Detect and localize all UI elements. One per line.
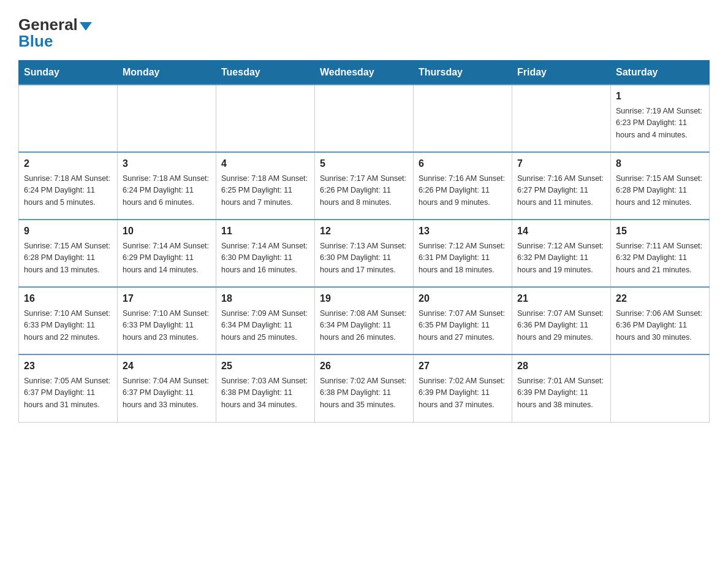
day-info: Sunrise: 7:13 AM Sunset: 6:30 PM Dayligh… [320,240,408,276]
weekday-header-sunday: Sunday [19,61,118,85]
day-number: 26 [320,359,408,373]
day-number: 21 [517,291,605,306]
day-info: Sunrise: 7:06 AM Sunset: 6:36 PM Dayligh… [616,308,704,343]
day-number: 1 [616,89,704,104]
calendar-cell: 21Sunrise: 7:07 AM Sunset: 6:36 PM Dayli… [512,287,611,354]
day-info: Sunrise: 7:04 AM Sunset: 6:37 PM Dayligh… [123,375,211,411]
day-info: Sunrise: 7:02 AM Sunset: 6:39 PM Dayligh… [419,375,507,411]
day-info: Sunrise: 7:15 AM Sunset: 6:28 PM Dayligh… [616,173,704,209]
day-number: 4 [221,156,309,171]
calendar-cell: 8Sunrise: 7:15 AM Sunset: 6:28 PM Daylig… [611,152,710,220]
day-number: 18 [221,291,309,306]
calendar-cell: 10Sunrise: 7:14 AM Sunset: 6:29 PM Dayli… [118,220,216,287]
weekday-header-saturday: Saturday [611,61,710,85]
day-info: Sunrise: 7:17 AM Sunset: 6:26 PM Dayligh… [320,173,408,209]
week-row-1: 1Sunrise: 7:19 AM Sunset: 6:23 PM Daylig… [19,85,710,152]
logo: General Blue [18,12,92,51]
calendar-cell [315,85,414,152]
weekday-header-monday: Monday [118,61,216,85]
day-info: Sunrise: 7:01 AM Sunset: 6:39 PM Dayligh… [517,375,605,411]
calendar-cell: 28Sunrise: 7:01 AM Sunset: 6:39 PM Dayli… [512,354,611,422]
day-number: 23 [24,359,112,373]
day-number: 11 [221,224,309,239]
week-row-2: 2Sunrise: 7:18 AM Sunset: 6:24 PM Daylig… [19,152,710,220]
day-number: 15 [616,224,704,239]
calendar-cell [216,85,315,152]
day-info: Sunrise: 7:14 AM Sunset: 6:30 PM Dayligh… [221,240,309,276]
weekday-header-friday: Friday [512,61,611,85]
day-number: 16 [24,291,112,306]
day-number: 20 [419,291,507,306]
day-info: Sunrise: 7:08 AM Sunset: 6:34 PM Dayligh… [320,308,408,343]
weekday-header-row: SundayMondayTuesdayWednesdayThursdayFrid… [19,61,710,85]
calendar-table: SundayMondayTuesdayWednesdayThursdayFrid… [18,60,710,423]
calendar-cell: 7Sunrise: 7:16 AM Sunset: 6:27 PM Daylig… [512,152,611,220]
day-info: Sunrise: 7:15 AM Sunset: 6:28 PM Dayligh… [24,240,112,276]
day-number: 2 [24,156,112,171]
day-number: 28 [517,359,605,373]
day-info: Sunrise: 7:18 AM Sunset: 6:25 PM Dayligh… [221,173,309,209]
calendar-cell: 6Sunrise: 7:16 AM Sunset: 6:26 PM Daylig… [414,152,512,220]
day-info: Sunrise: 7:12 AM Sunset: 6:32 PM Dayligh… [517,240,605,276]
day-number: 19 [320,291,408,306]
day-number: 8 [616,156,704,171]
calendar-cell: 11Sunrise: 7:14 AM Sunset: 6:30 PM Dayli… [216,220,315,287]
day-info: Sunrise: 7:05 AM Sunset: 6:37 PM Dayligh… [24,375,112,411]
calendar-cell [611,354,710,422]
calendar-cell [414,85,512,152]
day-info: Sunrise: 7:16 AM Sunset: 6:26 PM Dayligh… [419,173,507,209]
day-info: Sunrise: 7:03 AM Sunset: 6:38 PM Dayligh… [221,375,309,411]
day-number: 7 [517,156,605,171]
calendar-cell: 9Sunrise: 7:15 AM Sunset: 6:28 PM Daylig… [19,220,118,287]
day-info: Sunrise: 7:09 AM Sunset: 6:34 PM Dayligh… [221,308,309,343]
day-number: 24 [123,359,211,373]
day-info: Sunrise: 7:02 AM Sunset: 6:38 PM Dayligh… [320,375,408,411]
day-number: 6 [419,156,507,171]
weekday-header-thursday: Thursday [414,61,512,85]
calendar-cell: 4Sunrise: 7:18 AM Sunset: 6:25 PM Daylig… [216,152,315,220]
day-number: 10 [123,224,211,239]
calendar-cell: 18Sunrise: 7:09 AM Sunset: 6:34 PM Dayli… [216,287,315,354]
day-number: 5 [320,156,408,171]
week-row-3: 9Sunrise: 7:15 AM Sunset: 6:28 PM Daylig… [19,220,710,287]
calendar-cell [118,85,216,152]
calendar-cell: 25Sunrise: 7:03 AM Sunset: 6:38 PM Dayli… [216,354,315,422]
calendar-cell: 24Sunrise: 7:04 AM Sunset: 6:37 PM Dayli… [118,354,216,422]
day-info: Sunrise: 7:18 AM Sunset: 6:24 PM Dayligh… [24,173,112,209]
calendar-cell [512,85,611,152]
day-info: Sunrise: 7:07 AM Sunset: 6:35 PM Dayligh… [419,308,507,343]
day-number: 27 [419,359,507,373]
day-number: 12 [320,224,408,239]
calendar-cell: 14Sunrise: 7:12 AM Sunset: 6:32 PM Dayli… [512,220,611,287]
week-row-4: 16Sunrise: 7:10 AM Sunset: 6:33 PM Dayli… [19,287,710,354]
calendar-cell: 17Sunrise: 7:10 AM Sunset: 6:33 PM Dayli… [118,287,216,354]
calendar-cell: 26Sunrise: 7:02 AM Sunset: 6:38 PM Dayli… [315,354,414,422]
day-info: Sunrise: 7:12 AM Sunset: 6:31 PM Dayligh… [419,240,507,276]
day-info: Sunrise: 7:19 AM Sunset: 6:23 PM Dayligh… [616,105,704,141]
day-info: Sunrise: 7:16 AM Sunset: 6:27 PM Dayligh… [517,173,605,209]
day-number: 14 [517,224,605,239]
calendar-cell: 5Sunrise: 7:17 AM Sunset: 6:26 PM Daylig… [315,152,414,220]
day-info: Sunrise: 7:11 AM Sunset: 6:32 PM Dayligh… [616,240,704,276]
calendar-cell: 3Sunrise: 7:18 AM Sunset: 6:24 PM Daylig… [118,152,216,220]
day-info: Sunrise: 7:10 AM Sunset: 6:33 PM Dayligh… [24,308,112,343]
weekday-header-wednesday: Wednesday [315,61,414,85]
day-number: 17 [123,291,211,306]
day-info: Sunrise: 7:07 AM Sunset: 6:36 PM Dayligh… [517,308,605,343]
day-info: Sunrise: 7:14 AM Sunset: 6:29 PM Dayligh… [123,240,211,276]
calendar-cell: 23Sunrise: 7:05 AM Sunset: 6:37 PM Dayli… [19,354,118,422]
day-number: 22 [616,291,704,306]
calendar-cell: 1Sunrise: 7:19 AM Sunset: 6:23 PM Daylig… [611,85,710,152]
day-number: 25 [221,359,309,373]
day-info: Sunrise: 7:18 AM Sunset: 6:24 PM Dayligh… [123,173,211,209]
week-row-5: 23Sunrise: 7:05 AM Sunset: 6:37 PM Dayli… [19,354,710,422]
calendar-cell: 20Sunrise: 7:07 AM Sunset: 6:35 PM Dayli… [414,287,512,354]
day-number: 9 [24,224,112,239]
weekday-header-tuesday: Tuesday [216,61,315,85]
calendar-cell [19,85,118,152]
calendar-cell: 27Sunrise: 7:02 AM Sunset: 6:39 PM Dayli… [414,354,512,422]
calendar-cell: 22Sunrise: 7:06 AM Sunset: 6:36 PM Dayli… [611,287,710,354]
logo-arrow-icon [80,22,92,31]
page-header: General Blue [18,12,710,51]
calendar-cell: 16Sunrise: 7:10 AM Sunset: 6:33 PM Dayli… [19,287,118,354]
